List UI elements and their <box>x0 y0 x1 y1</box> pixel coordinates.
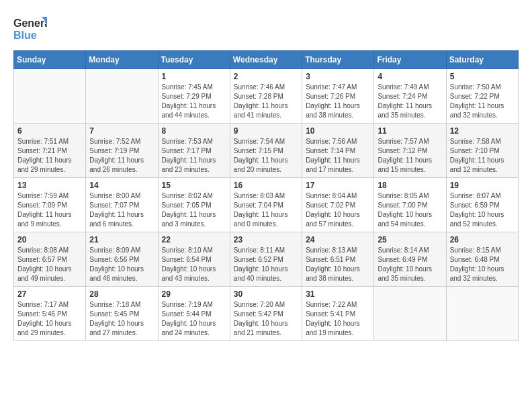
calendar-cell: 17Sunrise: 8:04 AMSunset: 7:02 PMDayligh… <box>302 178 374 232</box>
day-info: Sunrise: 8:09 AMSunset: 6:56 PMDaylight:… <box>89 246 154 283</box>
day-info: Sunrise: 8:14 AMSunset: 6:49 PMDaylight:… <box>378 246 442 283</box>
day-number: 30 <box>234 289 298 299</box>
sunset-text: Sunset: 6:54 PM <box>162 255 226 265</box>
calendar-cell: 26Sunrise: 8:15 AMSunset: 6:48 PMDayligh… <box>446 232 518 287</box>
day-info: Sunrise: 7:46 AMSunset: 7:28 PMDaylight:… <box>234 83 298 120</box>
calendar-table: SundayMondayTuesdayWednesdayThursdayFrid… <box>13 50 519 341</box>
day-info: Sunrise: 8:05 AMSunset: 7:00 PMDaylight:… <box>378 191 442 229</box>
daylight-text: Daylight: 10 hours and 32 minutes. <box>450 265 515 283</box>
sunset-text: Sunset: 5:42 PM <box>234 310 298 319</box>
sunset-text: Sunset: 7:09 PM <box>17 201 82 210</box>
sunset-text: Sunset: 6:49 PM <box>378 255 442 265</box>
weekday-header-cell: Monday <box>86 51 158 69</box>
daylight-text: Daylight: 11 hours and 0 minutes. <box>234 210 298 229</box>
day-info: Sunrise: 7:45 AMSunset: 7:29 PMDaylight:… <box>162 83 226 120</box>
sunrise-text: Sunrise: 7:20 AM <box>234 300 298 310</box>
weekday-header-cell: Saturday <box>446 51 518 69</box>
weekday-header-cell: Wednesday <box>230 51 302 69</box>
sunset-text: Sunset: 5:46 PM <box>17 310 82 319</box>
sunset-text: Sunset: 7:28 PM <box>234 92 298 101</box>
day-number: 21 <box>89 235 154 244</box>
day-number: 11 <box>378 126 442 136</box>
day-info: Sunrise: 7:47 AMSunset: 7:26 PMDaylight:… <box>306 83 370 120</box>
sunrise-text: Sunrise: 7:47 AM <box>306 83 370 92</box>
sunrise-text: Sunrise: 8:04 AM <box>306 191 370 201</box>
day-number: 25 <box>378 235 442 244</box>
calendar-cell: 7Sunrise: 7:52 AMSunset: 7:19 PMDaylight… <box>86 124 158 178</box>
sunrise-text: Sunrise: 8:13 AM <box>306 246 370 255</box>
daylight-text: Daylight: 11 hours and 41 minutes. <box>234 101 298 120</box>
daylight-text: Daylight: 11 hours and 38 minutes. <box>306 101 370 120</box>
day-number: 10 <box>306 126 370 136</box>
daylight-text: Daylight: 10 hours and 24 minutes. <box>162 319 226 338</box>
calendar-cell: 5Sunrise: 7:50 AMSunset: 7:22 PMDaylight… <box>446 69 518 124</box>
sunrise-text: Sunrise: 7:50 AM <box>450 83 515 92</box>
daylight-text: Daylight: 10 hours and 57 minutes. <box>306 210 370 229</box>
sunrise-text: Sunrise: 8:07 AM <box>450 191 515 201</box>
day-number: 7 <box>89 126 154 136</box>
sunset-text: Sunset: 7:19 PM <box>89 146 154 156</box>
sunrise-text: Sunrise: 7:54 AM <box>234 137 298 146</box>
sunrise-text: Sunrise: 7:53 AM <box>162 137 226 146</box>
sunrise-text: Sunrise: 7:58 AM <box>450 137 515 146</box>
daylight-text: Daylight: 10 hours and 35 minutes. <box>378 265 442 283</box>
sunset-text: Sunset: 6:57 PM <box>17 255 82 265</box>
calendar-cell: 21Sunrise: 8:09 AMSunset: 6:56 PMDayligh… <box>86 232 158 287</box>
calendar-cell: 24Sunrise: 8:13 AMSunset: 6:51 PMDayligh… <box>302 232 374 287</box>
day-info: Sunrise: 8:04 AMSunset: 7:02 PMDaylight:… <box>306 191 370 229</box>
day-info: Sunrise: 8:03 AMSunset: 7:04 PMDaylight:… <box>234 191 298 229</box>
daylight-text: Daylight: 10 hours and 54 minutes. <box>378 210 442 229</box>
day-info: Sunrise: 8:11 AMSunset: 6:52 PMDaylight:… <box>234 246 298 283</box>
sunrise-text: Sunrise: 8:02 AM <box>162 191 226 201</box>
day-info: Sunrise: 8:10 AMSunset: 6:54 PMDaylight:… <box>162 246 226 283</box>
daylight-text: Daylight: 11 hours and 35 minutes. <box>378 101 442 120</box>
sunset-text: Sunset: 7:05 PM <box>162 201 226 210</box>
day-number: 26 <box>450 235 515 244</box>
daylight-text: Daylight: 11 hours and 20 minutes. <box>234 156 298 175</box>
daylight-text: Daylight: 10 hours and 46 minutes. <box>89 265 154 283</box>
daylight-text: Daylight: 11 hours and 29 minutes. <box>17 156 82 175</box>
sunrise-text: Sunrise: 7:59 AM <box>17 191 82 201</box>
calendar-cell <box>86 69 158 124</box>
calendar-cell: 25Sunrise: 8:14 AMSunset: 6:49 PMDayligh… <box>374 232 446 287</box>
calendar-week-row: 13Sunrise: 7:59 AMSunset: 7:09 PMDayligh… <box>14 178 519 232</box>
sunset-text: Sunset: 7:10 PM <box>450 146 515 156</box>
day-info: Sunrise: 7:20 AMSunset: 5:42 PMDaylight:… <box>234 300 298 338</box>
day-info: Sunrise: 7:56 AMSunset: 7:14 PMDaylight:… <box>306 137 370 175</box>
daylight-text: Daylight: 10 hours and 38 minutes. <box>306 265 370 283</box>
weekday-header-row: SundayMondayTuesdayWednesdayThursdayFrid… <box>14 51 519 69</box>
day-info: Sunrise: 7:53 AMSunset: 7:17 PMDaylight:… <box>162 137 226 175</box>
svg-text:General: General <box>13 17 47 29</box>
daylight-text: Daylight: 11 hours and 23 minutes. <box>162 156 226 175</box>
sunset-text: Sunset: 7:26 PM <box>306 92 370 101</box>
daylight-text: Daylight: 11 hours and 26 minutes. <box>89 156 154 175</box>
sunset-text: Sunset: 7:04 PM <box>234 201 298 210</box>
calendar-week-row: 1Sunrise: 7:45 AMSunset: 7:29 PMDaylight… <box>14 69 519 124</box>
sunset-text: Sunset: 5:45 PM <box>89 310 154 319</box>
sunset-text: Sunset: 7:29 PM <box>162 92 226 101</box>
sunrise-text: Sunrise: 8:08 AM <box>17 246 82 255</box>
sunset-text: Sunset: 7:07 PM <box>89 201 154 210</box>
day-info: Sunrise: 7:57 AMSunset: 7:12 PMDaylight:… <box>378 137 442 175</box>
daylight-text: Daylight: 11 hours and 17 minutes. <box>306 156 370 175</box>
calendar-body: 1Sunrise: 7:45 AMSunset: 7:29 PMDaylight… <box>14 69 519 341</box>
day-number: 14 <box>89 181 154 190</box>
calendar-cell <box>374 287 446 341</box>
sunrise-text: Sunrise: 7:19 AM <box>162 300 226 310</box>
daylight-text: Daylight: 10 hours and 49 minutes. <box>17 265 82 283</box>
calendar-cell: 23Sunrise: 8:11 AMSunset: 6:52 PMDayligh… <box>230 232 302 287</box>
calendar-cell: 22Sunrise: 8:10 AMSunset: 6:54 PMDayligh… <box>158 232 230 287</box>
weekday-header-cell: Sunday <box>14 51 86 69</box>
day-info: Sunrise: 8:08 AMSunset: 6:57 PMDaylight:… <box>17 246 82 283</box>
day-number: 28 <box>89 289 154 299</box>
weekday-header-cell: Tuesday <box>158 51 230 69</box>
sunrise-text: Sunrise: 7:17 AM <box>17 300 82 310</box>
weekday-header-cell: Friday <box>374 51 446 69</box>
day-number: 4 <box>378 72 442 81</box>
day-info: Sunrise: 7:54 AMSunset: 7:15 PMDaylight:… <box>234 137 298 175</box>
daylight-text: Daylight: 11 hours and 32 minutes. <box>450 101 515 120</box>
logo: General Blue <box>13 13 47 44</box>
calendar-week-row: 27Sunrise: 7:17 AMSunset: 5:46 PMDayligh… <box>14 287 519 341</box>
sunrise-text: Sunrise: 7:51 AM <box>17 137 82 146</box>
calendar-cell <box>446 287 518 341</box>
